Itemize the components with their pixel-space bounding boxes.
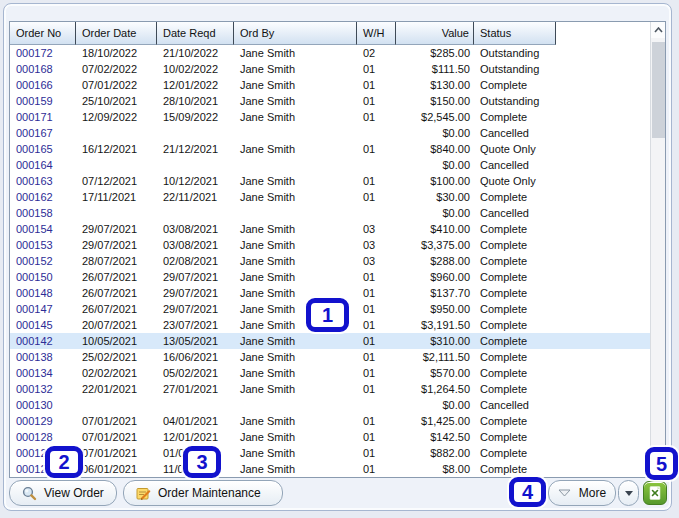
cell-status: Complete [474,445,556,461]
table-row[interactable]: 00012807/01/202112/01/2021Jane Smith01$1… [10,429,665,445]
cell-status: Complete [474,317,556,333]
cell-status: Complete [474,365,556,381]
cell-value: $0.00 [396,157,474,173]
cell-order_date: 22/01/2021 [76,381,157,397]
column-header-value[interactable]: Value [396,22,474,45]
cell-filler [556,333,665,349]
table-row[interactable]: 000167$0.00Cancelled [10,125,665,141]
cell-date_reqd: 02/08/2021 [157,253,234,269]
cell-order_no: 000150 [10,269,76,285]
table-row[interactable]: 00016807/02/202210/02/2022Jane Smith01$1… [10,61,665,77]
cell-order_date: 25/02/2021 [76,349,157,365]
cell-order_date: 07/12/2021 [76,173,157,189]
triangle-down-outline-icon [558,489,571,497]
cell-wh: 01 [357,317,396,333]
cell-wh [357,157,396,173]
cell-wh: 01 [357,93,396,109]
table-row[interactable]: 00015329/07/202103/08/2021Jane Smith03$3… [10,237,665,253]
table-row[interactable]: 000158$0.00Cancelled [10,205,665,221]
table-row[interactable]: 00012707/01/202101/01/2021Jane Smith01$8… [10,445,665,461]
cell-ord_by: Jane Smith [234,77,357,93]
cell-ord_by: Jane Smith [234,445,357,461]
cell-date_reqd: 16/06/2021 [157,349,234,365]
table-row[interactable]: 00017218/10/202221/10/2022Jane Smith02$2… [10,45,665,61]
column-header-status[interactable]: Status [474,22,556,45]
cell-filler [556,157,665,173]
cell-ord_by: Jane Smith [234,413,357,429]
table-row[interactable]: 00015925/10/202128/10/2021Jane Smith01$1… [10,93,665,109]
column-header-date_reqd[interactable]: Date Reqd [157,22,234,45]
cell-filler [556,269,665,285]
cell-order_no: 000172 [10,45,76,61]
more-dropdown-button[interactable] [618,480,639,506]
table-row[interactable]: 00016217/11/202122/11/2021Jane Smith01$3… [10,189,665,205]
column-header-wh[interactable]: W/H [357,22,396,45]
table-row[interactable]: 00016307/12/202110/12/2021Jane Smith01$1… [10,173,665,189]
view-order-button[interactable]: View Order [9,480,117,506]
cell-wh: 01 [357,301,396,317]
cell-filler [556,173,665,189]
cell-order_date: 02/02/2021 [76,365,157,381]
cell-date_reqd: 29/07/2021 [157,301,234,317]
order-maintenance-button[interactable]: Order Maintenance [123,480,283,506]
table-row[interactable]: 00016516/12/202121/12/2021Jane Smith01$8… [10,141,665,157]
table-body: 00017218/10/202221/10/2022Jane Smith02$2… [10,45,665,477]
cell-order_no: 000159 [10,93,76,109]
table-row[interactable]: 000164$0.00Cancelled [10,157,665,173]
scroll-up-button[interactable] [651,22,665,38]
table-row[interactable]: 00014210/05/202113/05/2021Jane Smith01$3… [10,333,665,349]
cell-status: Complete [474,413,556,429]
cell-wh: 01 [357,61,396,77]
cell-wh: 01 [357,333,396,349]
table-row[interactable]: 00017112/09/202215/09/2022Jane Smith01$2… [10,109,665,125]
cell-order_no: 000145 [10,317,76,333]
table-row[interactable]: 00015429/07/202103/08/2021Jane Smith03$4… [10,221,665,237]
cell-status: Cancelled [474,157,556,173]
table-row[interactable]: 00015026/07/202129/07/2021Jane Smith01$9… [10,269,665,285]
cell-value: $0.00 [396,125,474,141]
table-row[interactable]: 00013825/02/202116/06/2021Jane Smith01$2… [10,349,665,365]
table-row[interactable]: 00013222/01/202127/01/2021Jane Smith01$1… [10,381,665,397]
cell-filler [556,397,665,413]
cell-filler [556,429,665,445]
cell-wh [357,397,396,413]
annotation-badge-2: 2 [45,446,83,478]
cell-date_reqd [157,125,234,141]
column-header-order_date[interactable]: Order Date [76,22,157,45]
cell-wh: 01 [357,269,396,285]
export-excel-button[interactable] [643,481,667,505]
cell-date_reqd: 13/05/2021 [157,333,234,349]
cell-status: Outstanding [474,93,556,109]
orders-table: Order NoOrder DateDate ReqdOrd ByW/HValu… [9,21,666,478]
cell-order_date: 18/10/2022 [76,45,157,61]
table-row[interactable]: 000130$0.00Cancelled [10,397,665,413]
cell-wh: 01 [357,429,396,445]
cell-status: Complete [474,349,556,365]
cell-wh: 03 [357,237,396,253]
cell-filler [556,365,665,381]
scrollbar-thumb[interactable] [652,42,665,138]
cell-order_no: 000163 [10,173,76,189]
cell-ord_by: Jane Smith [234,221,357,237]
cell-order_date [76,125,157,141]
cell-filler [556,301,665,317]
cell-value: $882.00 [396,445,474,461]
table-row[interactable]: 00016607/01/202212/01/2022Jane Smith01$1… [10,77,665,93]
column-header-order_no[interactable]: Order No [10,22,76,45]
table-row[interactable]: 00012606/01/202111/01/2021Jane Smith01$8… [10,461,665,477]
cell-wh: 01 [357,189,396,205]
cell-wh: 01 [357,365,396,381]
annotation-badge-4: 4 [509,477,546,507]
cell-order_date: 16/12/2021 [76,141,157,157]
column-header-ord_by[interactable]: Ord By [234,22,357,45]
vertical-scrollbar[interactable] [650,22,665,477]
cell-status: Complete [474,253,556,269]
table-row[interactable]: 00015228/07/202102/08/2021Jane Smith03$2… [10,253,665,269]
cell-filler [556,109,665,125]
cell-date_reqd: 03/08/2021 [157,237,234,253]
cell-order_no: 000130 [10,397,76,413]
more-button[interactable]: More [548,480,616,506]
table-row[interactable]: 00012907/01/202104/01/2021Jane Smith01$1… [10,413,665,429]
cell-wh: 01 [357,173,396,189]
table-row[interactable]: 00013402/02/202105/02/2021Jane Smith01$5… [10,365,665,381]
